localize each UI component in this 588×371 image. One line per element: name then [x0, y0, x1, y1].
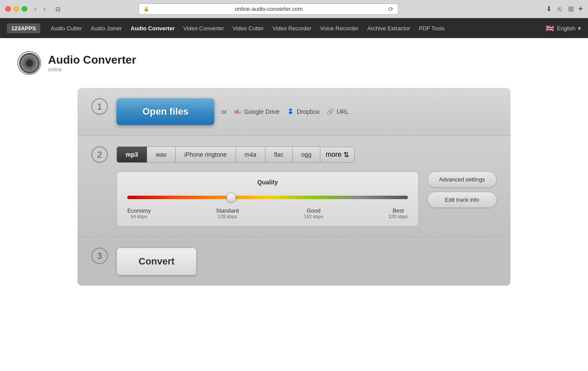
back-button[interactable]: ‹ [32, 4, 39, 14]
format-tabs: mp3 wav iPhone ringtone m4a flac ogg mor… [116, 146, 497, 163]
quality-mark-best: Best 320 kbps [388, 207, 408, 219]
quality-slider-thumb[interactable] [226, 193, 236, 202]
app-header: Audio Converter online [17, 51, 571, 75]
minimize-button[interactable] [13, 6, 19, 12]
nav-pdf-tools[interactable]: PDF Tools [419, 25, 445, 32]
more-arrow-icon: ⇅ [343, 151, 349, 159]
step3-content: Convert [116, 248, 497, 275]
new-tab-button[interactable]: + [578, 4, 583, 13]
or-text: or [221, 108, 226, 115]
convert-row: Convert [116, 248, 497, 275]
step3-section: 3 Convert [78, 237, 510, 286]
language-label: English [557, 25, 575, 32]
browser-chrome: ‹ › ⊟ 🔒 online-audio-converter.com ⟳ ⬇ ⎋… [0, 0, 588, 18]
lock-icon: 🔒 [143, 6, 149, 12]
tab-more[interactable]: more ⇅ [320, 147, 354, 163]
app-logo [17, 51, 41, 75]
app-subtitle: online [48, 67, 136, 73]
app-title: Audio Converter [48, 53, 136, 67]
url-text: online-audio-converter.com [152, 6, 386, 12]
step2-section: 2 mp3 wav iPhone ringtone m4a flac ogg m… [78, 136, 510, 237]
nav-video-recorder[interactable]: Video Recorder [272, 25, 311, 32]
traffic-lights [5, 6, 27, 12]
close-button[interactable] [5, 6, 11, 12]
tab-grid-button[interactable]: ⊞ [566, 4, 575, 14]
tab-mp3[interactable]: mp3 [116, 146, 147, 163]
edit-track-info-button[interactable]: Edit track info [427, 192, 497, 208]
nav-audio-joiner[interactable]: Audio Joiner [90, 25, 122, 32]
step1-header: 1 Open files or [91, 98, 497, 125]
tab-m4a[interactable]: m4a [236, 146, 265, 163]
dropbox-link[interactable]: Dropbox [287, 108, 320, 116]
convert-button[interactable]: Convert [116, 248, 197, 275]
link-icon: 🔗 [326, 108, 334, 115]
page-content: Audio Converter online 1 Open files or [0, 38, 588, 371]
maximize-button[interactable] [22, 6, 27, 12]
step2-number: 2 [91, 146, 108, 163]
quality-mark-good: Good 192 kbps [304, 207, 323, 219]
tab-flac[interactable]: flac [265, 146, 292, 163]
advanced-settings-button[interactable]: Advanced settings [427, 171, 497, 187]
brand-badge[interactable]: 123APPS [7, 23, 40, 33]
quality-mark-standard: Standard 128 kbps [216, 207, 239, 219]
url-label: URL [336, 108, 349, 115]
converter-area: 1 Open files or [78, 88, 510, 286]
dropbox-icon [287, 108, 294, 116]
quality-section: Quality Economy 64 kbps [116, 171, 419, 226]
nav-links: Audio Cutter Audio Joiner Audio Converte… [51, 25, 535, 32]
language-selector[interactable]: 🇬🇧 English ▾ [546, 24, 581, 32]
step3-header: 3 Convert [91, 248, 497, 275]
share-button[interactable]: ⎋ [556, 4, 564, 14]
nav-archive-extractor[interactable]: Archive Extractor [367, 25, 410, 32]
sidebar-buttons: Advanced settings Edit track info [427, 171, 497, 208]
nav-video-converter[interactable]: Video Converter [183, 25, 224, 32]
nav-buttons: ‹ › [32, 4, 48, 14]
nav-audio-cutter[interactable]: Audio Cutter [51, 25, 82, 32]
step2-content: mp3 wav iPhone ringtone m4a flac ogg mor… [116, 146, 497, 226]
step1-section: 1 Open files or [78, 88, 510, 136]
open-files-row: Open files or Google Drive [116, 98, 497, 125]
quality-marks: Economy 64 kbps Standard 128 kbps Good 1… [127, 207, 408, 219]
cloud-links: Google Drive Dropbox 🔗 URL [234, 108, 349, 116]
download-button[interactable]: ⬇ [544, 4, 553, 14]
nav-audio-converter[interactable]: Audio Converter [131, 25, 175, 32]
nav-video-cutter[interactable]: Video Cutter [233, 25, 264, 32]
open-files-button[interactable]: Open files [116, 98, 214, 125]
step1-number: 1 [91, 98, 108, 115]
sidebar-toggle-button[interactable]: ⊟ [53, 5, 63, 13]
google-drive-icon [234, 108, 242, 116]
chevron-down-icon: ▾ [578, 25, 581, 32]
vinyl-icon [19, 53, 40, 74]
google-drive-link[interactable]: Google Drive [234, 108, 280, 116]
more-label: more [326, 151, 341, 158]
tab-ogg[interactable]: ogg [292, 146, 320, 163]
quality-label: Quality [127, 179, 408, 186]
quality-slider-track [127, 196, 408, 199]
tab-wav[interactable]: wav [147, 146, 175, 163]
quality-mark-economy: Economy 64 kbps [127, 207, 151, 219]
url-link[interactable]: 🔗 URL [326, 108, 349, 115]
flag-icon: 🇬🇧 [546, 24, 554, 32]
reload-button[interactable]: ⟳ [388, 6, 394, 13]
step3-number: 3 [91, 248, 108, 264]
nav-voice-recorder[interactable]: Voice Recorder [320, 25, 359, 32]
step1-content: Open files or Google Drive [116, 98, 497, 125]
browser-actions: ⬇ ⎋ ⊞ + [544, 4, 583, 14]
step2-header: 2 mp3 wav iPhone ringtone m4a flac ogg m… [91, 146, 497, 226]
step2-content-row: Quality Economy 64 kbps [116, 171, 497, 226]
app-title-group: Audio Converter online [48, 53, 136, 73]
google-drive-label: Google Drive [244, 108, 280, 115]
forward-button[interactable]: › [41, 4, 48, 14]
navbar: 123APPS Audio Cutter Audio Joiner Audio … [0, 18, 588, 38]
address-bar[interactable]: 🔒 online-audio-converter.com ⟳ [139, 3, 398, 15]
dropbox-label: Dropbox [297, 108, 320, 115]
tab-iphone-ringtone[interactable]: iPhone ringtone [175, 146, 236, 163]
